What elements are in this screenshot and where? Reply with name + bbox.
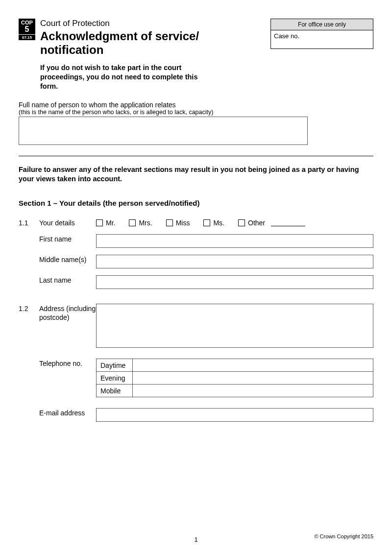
address-label: Address (including postcode) [39, 304, 96, 322]
court-name: Court of Protection [40, 19, 266, 28]
fullname-label: Full name of person to whom the applicat… [19, 101, 373, 109]
form-badge: COP 5 07.15 [19, 19, 35, 40]
badge-cop: COP [19, 19, 35, 25]
label-mr: Mr. [106, 219, 115, 227]
warning-text: Failure to answer any of the relevant se… [19, 165, 373, 184]
telephone-table: Daytime Evening Mobile [96, 359, 373, 397]
address-input[interactable] [96, 304, 373, 348]
checkbox-other[interactable] [238, 219, 245, 226]
form-instruction: If you do not wish to take part in the c… [40, 63, 217, 91]
checkbox-mr[interactable] [96, 219, 103, 226]
email-input[interactable] [96, 408, 373, 422]
label-ms: Ms. [213, 219, 224, 227]
email-label: E-mail address [39, 408, 96, 418]
tel-daytime-input[interactable] [133, 359, 373, 372]
last-name-label: Last name [39, 275, 96, 285]
other-title-input[interactable] [271, 219, 305, 226]
section-1-heading: Section 1 – Your details (the person ser… [19, 199, 373, 207]
first-name-label: First name [39, 234, 96, 244]
q1-1-number: 1.1 [19, 218, 39, 227]
title-options: Mr. Mrs. Miss Ms. Other [96, 218, 373, 227]
label-mrs: Mrs. [139, 219, 152, 227]
checkbox-miss[interactable] [166, 219, 173, 226]
tel-mobile-label: Mobile [97, 385, 133, 397]
q1-2-number: 1.2 [19, 304, 39, 313]
label-other: Other [248, 219, 265, 227]
divider [19, 156, 373, 156]
q1-1-label: Your details [39, 218, 96, 228]
checkbox-mrs[interactable] [129, 219, 136, 226]
fullname-input[interactable] [19, 117, 308, 145]
tel-mobile-input[interactable] [133, 385, 373, 397]
middle-names-label: Middle name(s) [39, 255, 96, 265]
tel-daytime-label: Daytime [97, 359, 133, 372]
checkbox-ms[interactable] [203, 219, 210, 226]
badge-num: 5 [19, 25, 35, 34]
badge-date: 07.15 [19, 34, 35, 40]
copyright: © Crown Copyright 2015 [314, 533, 373, 539]
fullname-sublabel: (this is the name of the person who lack… [19, 109, 373, 116]
case-no-label: Case no. [271, 30, 373, 48]
tel-evening-input[interactable] [133, 372, 373, 385]
middle-names-input[interactable] [96, 255, 373, 268]
office-use-box: For office use only Case no. [270, 19, 373, 49]
first-name-input[interactable] [96, 234, 373, 248]
form-title: Acknowledgment of service/ notification [40, 29, 266, 56]
label-miss: Miss [176, 219, 190, 227]
office-use-header: For office use only [271, 19, 373, 30]
telephone-label: Telephone no. [39, 359, 96, 368]
tel-evening-label: Evening [97, 372, 133, 385]
last-name-input[interactable] [96, 275, 373, 289]
